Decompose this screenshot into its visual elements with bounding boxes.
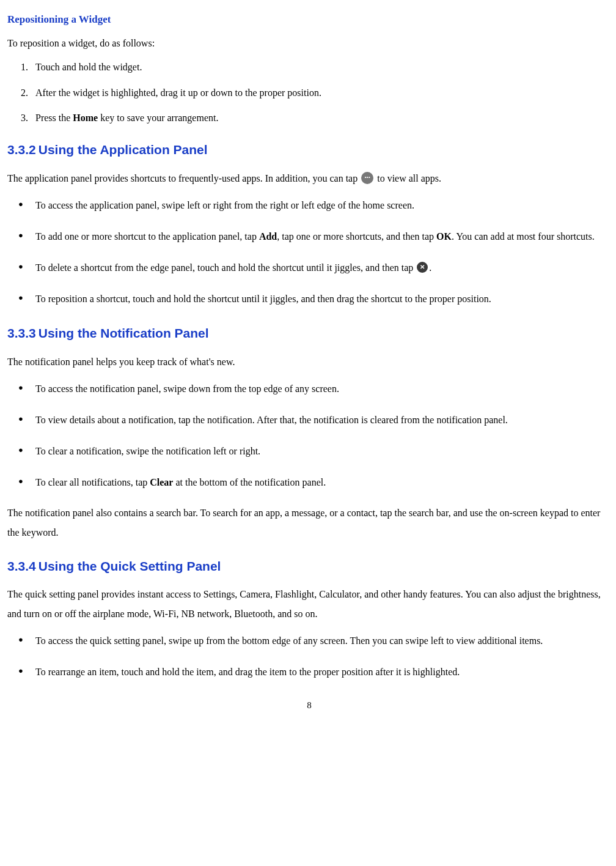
intro-333: The notification panel helps you keep tr… [7,352,611,372]
list-item: To reposition a shortcut, touch and hold… [31,288,611,309]
list-item: To access the application panel, swipe l… [31,194,611,216]
step-3: Press the Home key to save your arrangem… [31,110,611,126]
intro-332: The application panel provides shortcuts… [7,169,611,188]
list-item: To add one or more shortcut to the appli… [31,226,611,247]
all-apps-icon [361,172,373,184]
section-title-repositioning: Repositioning a Widget [7,11,611,28]
list-item: To clear all notifications, tap Clear at… [31,472,611,493]
bullets-333: To access the notification panel, swipe … [7,378,611,494]
heading-332: 3.3.2 Using the Application Panel [7,139,611,160]
intro-text: To reposition a widget, do as follows: [7,34,611,53]
heading-334: 3.3.4 Using the Quick Setting Panel [7,556,611,577]
page-number: 8 [7,698,611,712]
bullets-334: To access the quick setting panel, swipe… [7,630,611,683]
outro-333: The notification panel also contains a s… [7,503,611,542]
intro-334: The quick setting panel provides instant… [7,585,611,624]
heading-num: 3.3.2 [7,142,36,157]
list-item: To access the notification panel, swipe … [31,378,611,399]
heading-333: 3.3.3 Using the Notification Panel [7,323,611,344]
list-item: To access the quick setting panel, swipe… [31,630,611,651]
heading-num: 3.3.3 [7,326,36,340]
step-2: After the widget is highlighted, drag it… [31,85,611,101]
steps-list: Touch and hold the widget. After the wid… [7,59,611,126]
bullets-332: To access the application panel, swipe l… [7,194,611,310]
heading-text: Using the Quick Setting Panel [38,559,221,573]
heading-text: Using the Notification Panel [38,326,209,340]
list-item: To delete a shortcut from the edge panel… [31,257,611,278]
list-item: To view details about a notification, ta… [31,409,611,431]
list-item: To rearrange an item, touch and hold the… [31,661,611,683]
heading-text: Using the Application Panel [38,142,208,157]
heading-num: 3.3.4 [7,559,36,573]
list-item: To clear a notification, swipe the notif… [31,440,611,462]
delete-icon [417,262,428,273]
step-1: Touch and hold the widget. [31,59,611,75]
